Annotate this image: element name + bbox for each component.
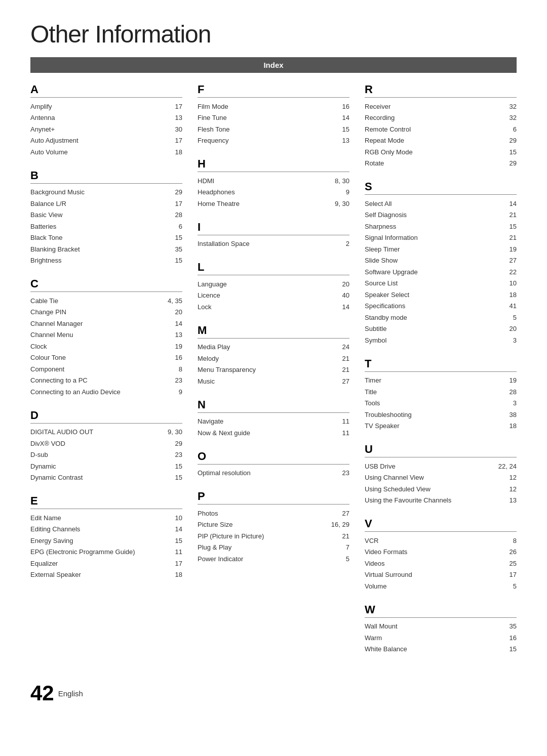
index-item-name: Optimal resolution xyxy=(198,468,329,478)
index-item-name: Frequency xyxy=(198,136,329,146)
index-item-name: Subtitle xyxy=(365,324,496,334)
index-item-page: 21 xyxy=(496,233,517,243)
index-row: Film Mode16 xyxy=(198,101,349,112)
index-item-name: Home Theatre xyxy=(198,199,329,209)
index-row: TV Speaker18 xyxy=(365,421,517,432)
index-item-page: 10 xyxy=(162,513,182,523)
index-row: EPG (Electronic Programme Guide)11 xyxy=(30,547,182,558)
index-item-page: 4, 35 xyxy=(162,296,182,306)
index-row: HDMI8, 30 xyxy=(198,175,349,187)
index-row: Music27 xyxy=(198,375,349,387)
index-item-name: Anynet+ xyxy=(30,124,162,135)
index-item-page: 10 xyxy=(496,278,517,288)
index-row: Flesh Tone15 xyxy=(198,123,349,135)
index-item-page: 27 xyxy=(329,509,349,519)
index-item-name: Brightness xyxy=(30,256,162,266)
index-item-name: Slide Show xyxy=(365,256,496,266)
index-row: Batteries6 xyxy=(30,221,182,232)
section-F: FFilm Mode16Fine Tune14Flesh Tone15Frequ… xyxy=(198,83,349,146)
index-row: Optimal resolution23 xyxy=(198,468,349,479)
section-letter-I: I xyxy=(198,221,349,235)
index-row: Videos25 xyxy=(365,558,517,569)
index-item-page: 19 xyxy=(496,244,517,255)
footer: 42 English xyxy=(30,681,517,705)
index-item-name: Change PIN xyxy=(30,307,162,317)
index-item-page: 3 xyxy=(496,335,517,346)
index-item-page: 17 xyxy=(162,559,182,569)
section-U: UUSB Drive22, 24Using Channel View12Usin… xyxy=(365,443,517,506)
index-item-page: 30 xyxy=(162,124,182,135)
index-item-name: Using Scheduled View xyxy=(365,484,496,494)
section-letter-E: E xyxy=(30,494,182,509)
index-item-name: Edit Name xyxy=(30,513,162,523)
index-row: White Balance15 xyxy=(365,644,517,655)
index-item-name: Component xyxy=(30,364,162,374)
index-item-name: DIGITAL AUDIO OUT xyxy=(30,427,162,437)
index-item-name: Navigate xyxy=(198,416,329,427)
index-item-page: 29 xyxy=(496,158,517,169)
index-row: Menu Transparency21 xyxy=(198,364,349,376)
index-row: Wall Mount35 xyxy=(365,621,517,633)
index-row: Troubleshooting38 xyxy=(365,409,517,421)
section-letter-V: V xyxy=(365,517,517,532)
index-row: Cable Tie4, 35 xyxy=(30,295,182,307)
index-row: Source List10 xyxy=(365,278,517,289)
index-item-page: 18 xyxy=(496,290,517,300)
index-item-name: Auto Volume xyxy=(30,147,162,157)
section-P: PPhotos27Picture Size16, 29PIP (Picture … xyxy=(198,490,349,565)
index-item-name: Editing Channels xyxy=(30,524,162,534)
index-row: Receiver32 xyxy=(365,101,517,112)
index-row: Auto Volume18 xyxy=(30,146,182,158)
index-item-name: Signal Information xyxy=(365,233,496,243)
index-item-name: Rotate xyxy=(365,158,496,169)
index-item-page: 27 xyxy=(496,256,517,266)
section-letter-C: C xyxy=(30,277,182,292)
index-row: Licence40 xyxy=(198,290,349,302)
index-item-page: 11 xyxy=(329,416,349,427)
section-L: LLanguage20Licence40Lock14 xyxy=(198,261,349,313)
index-item-page: 14 xyxy=(329,113,349,123)
index-row: Anynet+30 xyxy=(30,123,182,135)
index-item-name: Now & Next guide xyxy=(198,428,329,438)
section-letter-W: W xyxy=(365,603,517,618)
index-row: Using the Favourite Channels13 xyxy=(365,495,517,507)
footer-language: English xyxy=(58,689,83,698)
index-item-page: 8 xyxy=(496,536,517,546)
index-row: Dynamic15 xyxy=(30,460,182,472)
index-item-page: 19 xyxy=(162,342,182,352)
index-item-name: Using Channel View xyxy=(365,473,496,483)
index-item-page: 12 xyxy=(496,484,517,494)
index-item-name: Connecting to an Audio Device xyxy=(30,387,162,397)
index-item-page: 16 xyxy=(162,353,182,363)
index-item-name: External Speaker xyxy=(30,570,162,580)
index-row: Lock14 xyxy=(198,301,349,313)
index-item-name: Auto Adjustment xyxy=(30,136,162,146)
index-item-name: USB Drive xyxy=(365,461,496,472)
index-row: Basic View28 xyxy=(30,209,182,221)
index-item-name: Wall Mount xyxy=(365,621,496,632)
section-I: IInstallation Space2 xyxy=(198,221,349,250)
index-item-name: Select All xyxy=(365,199,496,209)
section-letter-M: M xyxy=(198,324,349,339)
index-item-name: Source List xyxy=(365,278,496,288)
section-letter-L: L xyxy=(198,261,349,275)
index-row: Specifications41 xyxy=(365,301,517,312)
section-letter-R: R xyxy=(365,83,517,98)
index-row: D-sub23 xyxy=(30,449,182,461)
index-item-name: Sleep Timer xyxy=(365,244,496,255)
section-letter-U: U xyxy=(365,443,517,457)
index-row: Media Play24 xyxy=(198,342,349,353)
index-row: Home Theatre9, 30 xyxy=(198,198,349,209)
index-row: Speaker Select18 xyxy=(365,289,517,301)
section-S: SSelect All14Self Diagnosis21Sharpness15… xyxy=(365,180,517,346)
index-item-page: 29 xyxy=(162,187,182,197)
index-item-page: 28 xyxy=(162,210,182,220)
index-item-name: Speaker Select xyxy=(365,290,496,300)
footer-page-number: 42 xyxy=(30,681,54,705)
index-item-page: 15 xyxy=(162,473,182,483)
index-row: Subtitle20 xyxy=(365,323,517,335)
index-item-page: 21 xyxy=(329,365,349,375)
index-item-name: Videos xyxy=(365,559,496,569)
index-row: PIP (Picture in Picture)21 xyxy=(198,530,349,542)
index-item-name: HDMI xyxy=(198,176,329,186)
